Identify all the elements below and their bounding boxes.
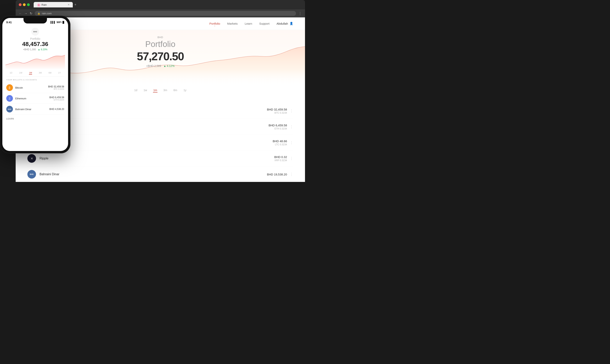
phone-wallets-label: YOUR WALLETS & ACCOUNTS [6, 79, 64, 81]
bhd-name: Bahraini Dinar [39, 172, 59, 176]
user-icon: 👤 [289, 22, 293, 25]
address-bar[interactable]: 🔒 rain.com [35, 11, 296, 16]
portfolio-change-pct-value: 4.12% [167, 64, 174, 67]
signal-icon: ▌▌▌ [51, 21, 56, 24]
litecoin-crypto: LTC 0.3234 [273, 143, 287, 146]
nav-support[interactable]: Support [259, 22, 270, 25]
ripple-bhd: BHD 0.32 [274, 155, 287, 159]
phone-filter-1d[interactable]: 1D [10, 72, 12, 75]
filter-3m[interactable]: 3m [163, 88, 168, 92]
nav-portfolio[interactable]: Portfolio [209, 22, 220, 25]
phone-wallet-bitcoin[interactable]: ₿ Bitcoin BHD 32,459.58 BTC 0.3234 [6, 82, 64, 93]
phone-change-pct: ▲ 8.20% [38, 48, 47, 51]
nav-learn[interactable]: Learn [245, 22, 252, 25]
phone-mockup: 9:41 ▌▌▌ WiFi █ BHD Portfolio 48,457.36 … [0, 16, 70, 153]
browser-titlebar: 🌸 Rain ✕ + [16, 0, 305, 9]
phone-chart [5, 53, 65, 69]
phone-portfolio-value: 48,457.36 [6, 41, 64, 47]
phone-bitcoin-bhd: BHD 32,459.58 [48, 85, 64, 88]
phone-bitcoin-name: Bitcoin [15, 86, 23, 89]
up-arrow: ▲ [164, 64, 166, 67]
active-tab[interactable]: 🌸 Rain ✕ [34, 2, 73, 7]
username: Abdullah [277, 22, 288, 25]
phone-status-icons: ▌▌▌ WiFi █ [51, 21, 64, 24]
ethereum-crypto: ETH 0.3234 [269, 127, 287, 130]
lock-icon: 🔒 [37, 12, 40, 15]
phone-bhd-name: Bahraini Dinar [15, 108, 31, 111]
bhd-amounts: BHD 19,538.20 [267, 173, 287, 176]
phone-content: BHD Portfolio 48,457.36 +BHD 1,300 ▲ 8.2… [2, 24, 68, 124]
ripple-crypto: XRP 0.3234 [274, 159, 287, 162]
phone-bitcoin-amounts: BHD 32,459.58 BTC 0.3234 [48, 85, 64, 90]
phone-wallet-ethereum[interactable]: Ξ Ethereum BHD 6,459.58 ETH 6.0234 [6, 93, 64, 104]
ethereum-amounts: BHD 6,459.58 ETH 0.3234 [269, 124, 287, 130]
user-menu[interactable]: Abdullah 👤 [277, 22, 293, 25]
close-button[interactable] [19, 3, 22, 6]
phone-filter-6m[interactable]: 6M [49, 72, 52, 75]
battery-icon: █ [62, 21, 64, 24]
ripple-amounts: BHD 0.32 XRP 0.3234 [274, 155, 287, 162]
phone-time-filters: 1D 1W 1M 3M 6M 1Y [6, 69, 64, 77]
phone-wallet-bhd[interactable]: BHD Bahraini Dinar BHD 4,538.20 [6, 104, 64, 115]
filter-6m[interactable]: 6m [173, 88, 178, 92]
minimize-button[interactable] [23, 3, 26, 6]
litecoin-amounts: BHD 48.66 LTC 0.3234 [273, 140, 287, 146]
filter-1d[interactable]: 1d [134, 88, 138, 92]
phone-portfolio-change: +BHD 1,300 ▲ 8.20% [6, 48, 64, 51]
browser-menu-button[interactable]: ⋮ [298, 11, 302, 16]
phone-ethereum-amounts: BHD 6,459.58 ETH 6.0234 [50, 96, 64, 101]
phone-portfolio-title: Portfolio [6, 37, 64, 40]
phone-filter-1w[interactable]: 1W [19, 72, 23, 75]
bitcoin-crypto: BTC 0.3234 [267, 112, 287, 114]
tab-close-button[interactable]: ✕ [68, 3, 70, 6]
tab-title: Rain [41, 3, 47, 6]
back-button[interactable]: ← [19, 12, 22, 15]
nav-markets[interactable]: Markets [227, 22, 237, 25]
tab-bar: 🌸 Rain ✕ + [34, 2, 77, 7]
bitcoin-bhd: BHD 32,459.58 [267, 108, 287, 111]
maximize-button[interactable] [27, 3, 30, 6]
filter-1m[interactable]: 1m [153, 88, 157, 92]
litecoin-bhd: BHD 48.66 [273, 140, 287, 143]
phone-filter-1m[interactable]: 1M [29, 72, 32, 75]
forward-button[interactable]: → [24, 12, 27, 15]
ethereum-bhd: BHD 6,459.58 [269, 124, 287, 127]
phone-ethereum-crypto: ETH 6.0234 [50, 99, 64, 101]
phone-bitcoin-icon: ₿ [6, 84, 13, 91]
app-nav: Portfolio Markets Learn Support Abdullah… [209, 22, 293, 25]
filter-1w[interactable]: 1w [143, 88, 147, 92]
portfolio-change-pct: ▲ 4.12% [164, 64, 175, 67]
ripple-icon: ✕ [27, 154, 36, 163]
wallet-row-bhd[interactable]: BHD Bahraini Dinar BHD 19,538.20 ⋮ [27, 167, 293, 182]
bhd-more-button[interactable]: ⋮ [290, 172, 293, 176]
phone-ethereum-icon: Ξ [6, 95, 13, 102]
bhd-value: BHD 19,538.20 [267, 173, 287, 176]
phone-ethereum-name: Ethereum [15, 97, 26, 100]
filter-1y[interactable]: 1y [183, 88, 187, 92]
ripple-more-button[interactable]: ⋮ [290, 156, 293, 161]
ripple-name: Ripple [39, 157, 48, 160]
phone-bhd-icon: BHD [6, 106, 13, 113]
bitcoin-amounts: BHD 32,459.58 BTC 0.3234 [267, 108, 287, 114]
phone-filter-1y[interactable]: 1Y [58, 72, 61, 75]
refresh-button[interactable]: ↻ [30, 12, 32, 15]
traffic-lights [19, 3, 30, 6]
litecoin-more-button[interactable]: ⋮ [290, 141, 293, 145]
phone-notch [24, 18, 47, 24]
tab-favicon: 🌸 [37, 3, 40, 6]
phone-bhd-value: BHD 4,538.20 [50, 108, 64, 111]
bitcoin-more-button[interactable]: ⋮ [290, 109, 293, 113]
ethereum-more-button[interactable]: ⋮ [290, 125, 293, 129]
new-tab-button[interactable]: + [74, 3, 77, 7]
phone-bhd-amounts: BHD 4,538.20 [50, 108, 64, 111]
phone-change-amount: +BHD 1,300 [23, 48, 36, 51]
phone-learn-label: LEARN [6, 115, 64, 121]
phone-currency-label: BHD [31, 28, 39, 36]
phone-filter-3m[interactable]: 3M [39, 72, 42, 75]
phone-bitcoin-crypto: BTC 0.3234 [48, 88, 64, 90]
phone-ethereum-bhd: BHD 6,459.58 [50, 96, 64, 99]
url-text: rain.com [42, 12, 52, 15]
portfolio-change-amount: +BHD 2,589 [146, 64, 161, 67]
wifi-icon: WiFi [57, 21, 61, 24]
bhd-icon: BHD [27, 170, 36, 179]
